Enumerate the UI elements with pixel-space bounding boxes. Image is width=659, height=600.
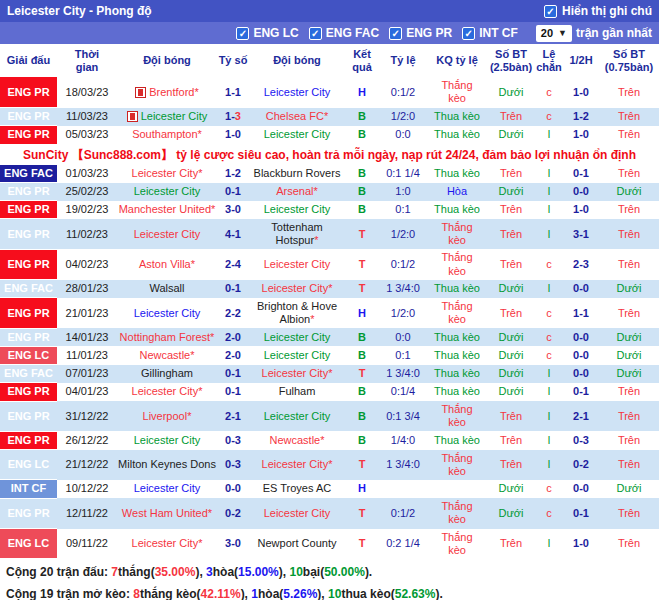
over-under-2-5: Trên	[487, 450, 535, 480]
filter-eng-pr[interactable]: ✓ENG PR	[389, 26, 452, 40]
handicap-odds: 0:1 1/4	[379, 165, 427, 183]
handicap-odds: 0:0	[379, 126, 427, 144]
favorite-star: *	[198, 385, 202, 397]
league-badge: ENG PR	[0, 108, 57, 126]
match-row: ENG PR12/11/22West Ham United*0-2Leicest…	[0, 498, 659, 528]
over-under-2-5: Dưới	[487, 183, 535, 201]
away-team: Leicester City	[249, 328, 345, 346]
match-row: ENG PR05/03/23Southampton*1-0Leicester C…	[0, 126, 659, 144]
match-score: 0-1	[217, 280, 249, 298]
column-header: 1/2H	[563, 44, 599, 77]
favorite-star: *	[328, 282, 332, 294]
filter-int-cf[interactable]: ✓INT CF	[462, 26, 518, 40]
handicap-result: Thua kèo	[427, 280, 487, 298]
column-header: Thờigian	[57, 44, 117, 77]
match-score: 2-0	[217, 346, 249, 364]
checkbox-checked-icon[interactable]: ✓	[236, 27, 249, 40]
match-date: 21/01/23	[57, 298, 117, 328]
handicap-result: Thua kèo	[427, 383, 487, 401]
away-team: Tottenham Hotspur*	[249, 219, 345, 249]
half-score: 0-0	[563, 328, 599, 346]
home-team: Manchester United*	[117, 201, 217, 219]
over-under-0-75: Trên	[599, 450, 659, 480]
over-under-2-5: Dưới	[487, 77, 535, 107]
handicap-odds: 1/2:0	[379, 219, 427, 249]
show-notes-toggle[interactable]: ✓ Hiển thị ghi chú	[544, 4, 652, 18]
over-under-0-75: Trên	[599, 77, 659, 107]
half-score: 0-1	[563, 498, 599, 528]
over-under-0-75: Trên	[599, 401, 659, 431]
home-team: Leicester City	[117, 108, 217, 126]
recent-count-select[interactable]: 20 ▼	[536, 25, 572, 42]
over-under-0-75: Trên	[599, 219, 659, 249]
over-under-0-75: Trên	[599, 431, 659, 449]
match-score: 0-0	[217, 480, 249, 498]
home-team: Leicester City*	[117, 383, 217, 401]
league-filters: ✓ENG LC✓ENG FAC✓ENG PR✓INT CF	[236, 26, 527, 41]
half-score: 1-2	[563, 108, 599, 126]
odd-even: c	[535, 498, 563, 528]
over-under-0-75: Trên	[599, 201, 659, 219]
match-row: ENG PR11/02/23Leicester City4-1Tottenham…	[0, 219, 659, 249]
favorite-star: *	[198, 167, 202, 179]
match-row: ENG FAC28/01/23Walsall0-1Leicester City*…	[0, 280, 659, 298]
over-under-2-5: Dưới	[487, 480, 535, 498]
handicap-odds: 0:1/4	[379, 383, 427, 401]
checkbox-checked-icon[interactable]: ✓	[309, 27, 322, 40]
result-letter: H	[345, 77, 379, 107]
league-badge: ENG FAC	[0, 280, 57, 298]
handicap-odds: 1/2:0	[379, 298, 427, 328]
away-team: Leicester City	[249, 126, 345, 144]
match-row: ENG PR18/03/23Brentford*1-1Leicester Cit…	[0, 77, 659, 107]
filter-eng-fac[interactable]: ✓ENG FAC	[309, 26, 379, 40]
over-under-2-5: Dưới	[487, 280, 535, 298]
handicap-result: Thắngkèo	[427, 529, 487, 559]
result-letter: H	[345, 480, 379, 498]
league-badge: ENG PR	[0, 249, 57, 279]
match-date: 11/02/23	[57, 219, 117, 249]
over-under-2-5: Dưới	[487, 365, 535, 383]
odd-even: c	[535, 480, 563, 498]
half-score: 2-1	[563, 401, 599, 431]
away-team: Newcastle*	[249, 431, 345, 449]
match-row: ENG PR04/02/23Aston Villa*2-4Leicester C…	[0, 249, 659, 279]
filter-eng-lc[interactable]: ✓ENG LC	[236, 26, 298, 40]
match-date: 04/02/23	[57, 249, 117, 279]
ad-row: SunCity 【Sunc888.com】 tỷ lệ cược siêu ca…	[0, 144, 659, 165]
over-under-2-5: Dưới	[487, 383, 535, 401]
league-badge: ENG PR	[0, 383, 57, 401]
result-letter: B	[345, 108, 379, 126]
over-under-0-75: Trên	[599, 529, 659, 559]
home-team: Leicester City	[117, 219, 217, 249]
over-under-0-75: Trên	[599, 126, 659, 144]
match-row: ENG LC21/12/22Milton Keynes Dons0-3Leice…	[0, 450, 659, 480]
handicap-result	[427, 480, 487, 498]
result-letter: T	[345, 219, 379, 249]
handicap-odds: 0:2 1/4	[379, 529, 427, 559]
half-score: 0-0	[563, 280, 599, 298]
column-header: Số BT(0.75bàn)	[599, 44, 659, 77]
odd-even: l	[535, 431, 563, 449]
odd-even: c	[535, 108, 563, 126]
checkbox-checked-icon[interactable]: ✓	[389, 27, 402, 40]
match-score: 0-1	[217, 183, 249, 201]
handicap-odds: 1 3/4:0	[379, 450, 427, 480]
over-under-0-75: Trên	[599, 498, 659, 528]
result-letter: T	[345, 529, 379, 559]
over-under-2-5: Trên	[487, 219, 535, 249]
match-date: 10/12/22	[57, 480, 117, 498]
favorite-star: *	[211, 203, 215, 215]
handicap-odds: 0:1/2	[379, 249, 427, 279]
over-under-2-5: Trên	[487, 431, 535, 449]
handicap-result: Thắngkèo	[427, 298, 487, 328]
odd-even: c	[535, 346, 563, 364]
odd-even: c	[535, 298, 563, 328]
away-team: Leicester City	[249, 346, 345, 364]
club-crest-icon	[135, 87, 146, 98]
match-date: 28/01/23	[57, 280, 117, 298]
checkbox-checked-icon[interactable]: ✓	[462, 27, 475, 40]
league-badge: ENG LC	[0, 450, 57, 480]
checkbox-checked-icon[interactable]: ✓	[544, 5, 557, 18]
recent-count-value: 20	[541, 27, 553, 39]
ad-banner[interactable]: SunCity 【Sunc888.com】 tỷ lệ cược siêu ca…	[0, 144, 659, 165]
